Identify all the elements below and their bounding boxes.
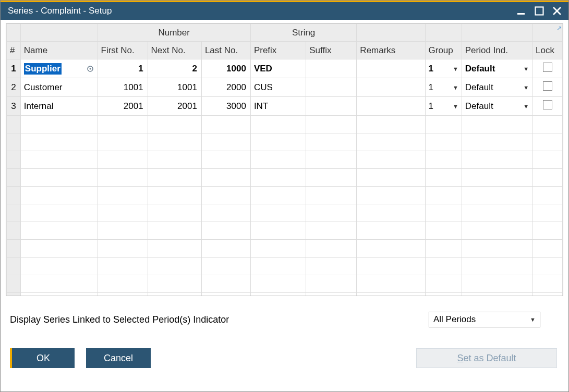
empty-cell[interactable]	[20, 187, 98, 204]
empty-cell[interactable]	[20, 116, 98, 133]
empty-cell[interactable]	[357, 187, 425, 204]
empty-cell[interactable]	[7, 240, 21, 258]
empty-cell[interactable]	[201, 169, 250, 187]
cell-next[interactable]: 2001	[148, 97, 201, 116]
empty-cell[interactable]	[250, 275, 306, 293]
empty-cell[interactable]	[20, 204, 98, 222]
empty-cell[interactable]	[532, 258, 563, 275]
empty-cell[interactable]	[201, 204, 250, 222]
empty-cell[interactable]	[250, 258, 306, 275]
empty-cell[interactable]	[306, 116, 357, 133]
lock-checkbox[interactable]	[543, 63, 552, 72]
table-row-empty[interactable]	[7, 275, 563, 293]
empty-cell[interactable]	[7, 258, 21, 275]
cell-lock[interactable]	[532, 97, 563, 116]
empty-cell[interactable]	[462, 204, 532, 222]
empty-cell[interactable]	[7, 222, 21, 240]
row-action-icon[interactable]	[86, 65, 94, 73]
empty-cell[interactable]	[98, 169, 148, 187]
empty-cell[interactable]	[250, 222, 306, 240]
table-row[interactable]: 3Internal200120013000INT1▼Default▼	[7, 97, 563, 116]
empty-cell[interactable]	[357, 204, 425, 222]
empty-cell[interactable]	[425, 187, 462, 204]
empty-cell[interactable]	[201, 293, 250, 297]
row-number[interactable]: 2	[7, 78, 21, 97]
empty-cell[interactable]	[425, 204, 462, 222]
cell-first[interactable]: 1	[98, 59, 148, 78]
empty-cell[interactable]	[148, 187, 201, 204]
header-last-no[interactable]: Last No.	[201, 42, 250, 59]
empty-cell[interactable]	[148, 133, 201, 151]
cell-lock[interactable]	[532, 78, 563, 97]
empty-cell[interactable]	[462, 151, 532, 169]
empty-cell[interactable]	[357, 116, 425, 133]
cell-first[interactable]: 1001	[98, 78, 148, 97]
empty-cell[interactable]	[532, 116, 563, 133]
empty-cell[interactable]	[250, 169, 306, 187]
cell-next[interactable]: 1001	[148, 78, 201, 97]
empty-cell[interactable]	[98, 151, 148, 169]
table-row-empty[interactable]	[7, 187, 563, 204]
empty-cell[interactable]	[250, 116, 306, 133]
empty-cell[interactable]	[357, 258, 425, 275]
cell-name[interactable]: Internal	[20, 97, 98, 116]
empty-cell[interactable]	[425, 169, 462, 187]
empty-cell[interactable]	[357, 293, 425, 297]
empty-cell[interactable]	[7, 204, 21, 222]
empty-cell[interactable]	[425, 293, 462, 297]
empty-cell[interactable]	[201, 133, 250, 151]
empty-cell[interactable]	[357, 240, 425, 258]
empty-cell[interactable]	[98, 204, 148, 222]
header-period[interactable]: Period Ind.	[462, 42, 532, 59]
cell-last[interactable]: 2000	[201, 78, 250, 97]
empty-cell[interactable]	[532, 169, 563, 187]
cell-prefix[interactable]: VED	[250, 59, 306, 78]
maximize-icon[interactable]	[534, 6, 544, 16]
table-row-empty[interactable]	[7, 204, 563, 222]
empty-cell[interactable]	[7, 169, 21, 187]
empty-cell[interactable]	[7, 133, 21, 151]
cell-first[interactable]: 2001	[98, 97, 148, 116]
empty-cell[interactable]	[148, 240, 201, 258]
cell-next[interactable]: 2	[148, 59, 201, 78]
empty-cell[interactable]	[148, 222, 201, 240]
empty-cell[interactable]	[425, 133, 462, 151]
empty-cell[interactable]	[148, 293, 201, 297]
empty-cell[interactable]	[98, 258, 148, 275]
table-row-empty[interactable]	[7, 169, 563, 187]
table-row-empty[interactable]	[7, 222, 563, 240]
empty-cell[interactable]	[462, 222, 532, 240]
empty-cell[interactable]	[20, 275, 98, 293]
empty-cell[interactable]	[357, 133, 425, 151]
header-name[interactable]: Name	[20, 42, 98, 59]
empty-cell[interactable]	[20, 240, 98, 258]
empty-cell[interactable]	[250, 293, 306, 297]
empty-cell[interactable]	[250, 204, 306, 222]
empty-cell[interactable]	[462, 169, 532, 187]
cell-period[interactable]: Default▼	[462, 59, 532, 78]
empty-cell[interactable]	[425, 258, 462, 275]
empty-cell[interactable]	[98, 293, 148, 297]
close-icon[interactable]	[552, 6, 562, 16]
cell-period[interactable]: Default▼	[462, 97, 532, 116]
empty-cell[interactable]	[201, 187, 250, 204]
empty-cell[interactable]	[462, 240, 532, 258]
empty-cell[interactable]	[425, 222, 462, 240]
empty-cell[interactable]	[357, 275, 425, 293]
ok-button[interactable]: OK	[10, 348, 75, 368]
empty-cell[interactable]	[532, 240, 563, 258]
empty-cell[interactable]	[357, 222, 425, 240]
table-row-empty[interactable]	[7, 116, 563, 133]
empty-cell[interactable]	[7, 293, 21, 297]
empty-cell[interactable]	[148, 258, 201, 275]
cell-last[interactable]: 3000	[201, 97, 250, 116]
cell-period[interactable]: Default▼	[462, 78, 532, 97]
empty-cell[interactable]	[425, 151, 462, 169]
empty-cell[interactable]	[20, 133, 98, 151]
empty-cell[interactable]	[98, 133, 148, 151]
lock-checkbox[interactable]	[543, 81, 552, 91]
empty-cell[interactable]	[532, 222, 563, 240]
period-filter-select[interactable]: All Periods ▼	[429, 312, 540, 327]
cell-suffix[interactable]	[306, 97, 357, 116]
empty-cell[interactable]	[7, 275, 21, 293]
